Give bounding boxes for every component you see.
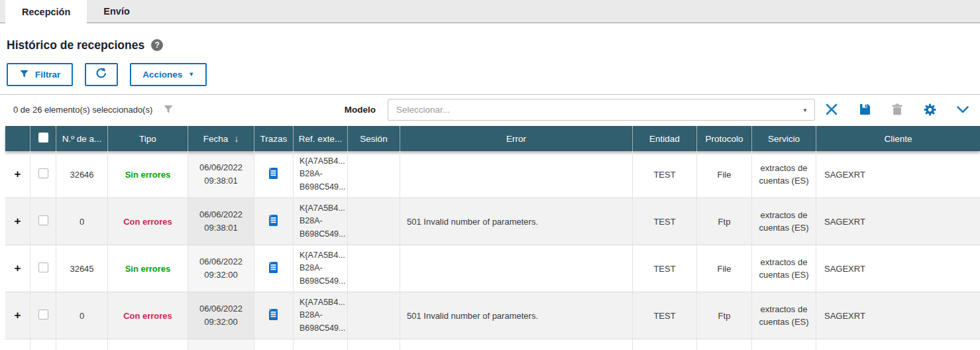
cell-select <box>30 245 56 292</box>
cell-sesion <box>348 198 400 245</box>
cell-cliente: SAGEXRT <box>816 245 980 292</box>
table-row: + 32645 Sin errores 06/06/202209:32:00 K… <box>5 245 980 292</box>
cell-cliente: SAGEXRT <box>816 292 980 339</box>
trash-icon[interactable] <box>891 103 904 116</box>
document-trace-icon[interactable] <box>268 308 279 323</box>
cell-select <box>30 198 56 245</box>
col-header-servicio[interactable]: Servicio <box>752 126 816 151</box>
col-header-expand <box>5 126 30 151</box>
cell-num: 0 <box>56 292 108 339</box>
selection-summary: 0 de 26 elemento(s) seleccionado(s) <box>13 105 152 115</box>
actions-dropdown-button[interactable]: Acciones ▼ <box>130 63 207 86</box>
cell-num: 0 <box>56 198 108 245</box>
cell-entidad: TEST <box>633 292 697 339</box>
sort-desc-icon: ↓ <box>234 134 239 144</box>
document-trace-icon[interactable] <box>268 261 279 276</box>
tab-recepcion[interactable]: Recepción <box>5 0 87 24</box>
cell-fecha: 06/06/202209:38:01 <box>188 151 254 198</box>
table-row-partial <box>5 339 980 350</box>
select-all-checkbox[interactable] <box>38 133 48 143</box>
title-row: Histórico de recepciones ? <box>7 38 980 52</box>
actions-row: Filtrar Acciones ▼ <box>7 63 980 86</box>
select-caret-icon[interactable]: ▼ <box>802 107 808 113</box>
expand-row-button[interactable]: + <box>5 245 30 292</box>
row-checkbox[interactable] <box>38 168 48 178</box>
cell-sesion <box>348 292 400 339</box>
col-header-sesion[interactable]: Sesión <box>348 126 400 151</box>
cell-sesion <box>348 245 400 292</box>
refresh-button[interactable] <box>85 63 118 86</box>
table-header-row: N.º de a... Tipo Fecha↓ Trazas Ref. exte… <box>5 126 980 151</box>
gear-icon[interactable] <box>923 103 937 117</box>
col-header-trazas[interactable]: Trazas <box>254 126 294 151</box>
expand-row-button[interactable]: + <box>5 151 30 198</box>
col-header-num[interactable]: N.º de a... <box>56 126 108 151</box>
cell-trazas <box>254 245 294 292</box>
cell-num: 32645 <box>56 245 108 292</box>
table-row: + 32646 Sin errores 06/06/202209:38:01 K… <box>5 151 980 198</box>
chevron-down-icon[interactable] <box>956 105 969 114</box>
document-trace-icon[interactable] <box>268 167 279 182</box>
cell-trazas <box>254 292 294 339</box>
cell-entidad: TEST <box>633 198 697 245</box>
cell-select <box>30 151 56 198</box>
help-icon[interactable]: ? <box>151 39 163 51</box>
page-title: Histórico de recepciones <box>7 38 144 52</box>
col-header-tipo[interactable]: Tipo <box>108 126 188 151</box>
col-header-fecha[interactable]: Fecha↓ <box>188 126 254 151</box>
actions-button-label: Acciones <box>142 70 182 80</box>
cell-fecha: 06/06/202209:38:01 <box>188 198 254 245</box>
col-header-ref[interactable]: Ref. exte... <box>294 126 348 151</box>
cell-cliente: SAGEXRT <box>816 151 980 198</box>
cell-entidad: TEST <box>633 245 697 292</box>
cell-fecha: 06/06/202209:32:00 <box>188 245 254 292</box>
filter-button[interactable]: Filtrar <box>7 63 73 86</box>
col-header-select-all[interactable] <box>30 126 56 151</box>
grid-toolbar: 0 de 26 elemento(s) seleccionado(s) Mode… <box>0 94 980 124</box>
model-select[interactable]: ▼ <box>388 99 815 121</box>
cell-error <box>400 245 633 292</box>
refresh-icon <box>95 67 108 82</box>
cell-num: 32646 <box>56 151 108 198</box>
model-label: Modelo <box>345 105 376 115</box>
tab-envio[interactable]: Envío <box>87 0 146 23</box>
cell-tipo: Sin errores <box>108 245 188 292</box>
table-row: + 0 Con errores 06/06/202209:32:00 K{A7A… <box>5 292 980 339</box>
cell-protocolo: File <box>697 151 752 198</box>
cell-protocolo: Ftp <box>697 198 752 245</box>
grid-filter-icon[interactable] <box>163 104 174 115</box>
model-select-input[interactable] <box>388 99 786 120</box>
receptions-table: N.º de a... Tipo Fecha↓ Trazas Ref. exte… <box>5 126 980 350</box>
cell-error: 501 Invalid number of parameters. <box>400 292 633 339</box>
row-checkbox[interactable] <box>38 215 48 225</box>
col-header-entidad[interactable]: Entidad <box>633 126 697 151</box>
cell-servicio: extractos de cuentas (ES) <box>752 292 816 339</box>
cell-cliente: SAGEXRT <box>816 198 980 245</box>
row-checkbox[interactable] <box>38 310 48 320</box>
cell-ref: K{A7A5B4...B28A-B698C549... <box>294 198 348 245</box>
col-header-cliente[interactable]: Cliente <box>816 126 980 151</box>
cell-error <box>400 151 633 198</box>
row-checkbox[interactable] <box>38 262 48 272</box>
tab-bar: Recepción Envío <box>0 0 980 23</box>
filter-button-label: Filtrar <box>35 70 60 80</box>
cell-tipo: Sin errores <box>108 151 188 198</box>
cell-sesion <box>348 151 400 198</box>
filter-funnel-icon <box>19 69 29 81</box>
grid-icon-group <box>824 102 969 117</box>
clear-x-icon[interactable] <box>824 102 839 117</box>
col-header-protocolo[interactable]: Protocolo <box>697 126 752 151</box>
cell-servicio: extractos de cuentas (ES) <box>752 245 816 292</box>
cell-fecha: 06/06/202209:32:00 <box>188 292 254 339</box>
cell-servicio: extractos de cuentas (ES) <box>752 198 816 245</box>
cell-tipo: Con errores <box>108 292 188 339</box>
document-trace-icon[interactable] <box>268 214 279 229</box>
expand-row-button[interactable]: + <box>5 198 30 245</box>
cell-trazas <box>254 198 294 245</box>
col-header-error[interactable]: Error <box>400 126 633 151</box>
cell-ref: K{A7A5B4...B28A-B698C549... <box>294 151 348 198</box>
expand-row-button[interactable]: + <box>5 292 30 339</box>
cell-ref: K{A7A5B4...B28A-B698C549... <box>294 245 348 292</box>
cell-servicio: extractos de cuentas (ES) <box>752 151 816 198</box>
save-floppy-icon[interactable] <box>858 103 871 116</box>
